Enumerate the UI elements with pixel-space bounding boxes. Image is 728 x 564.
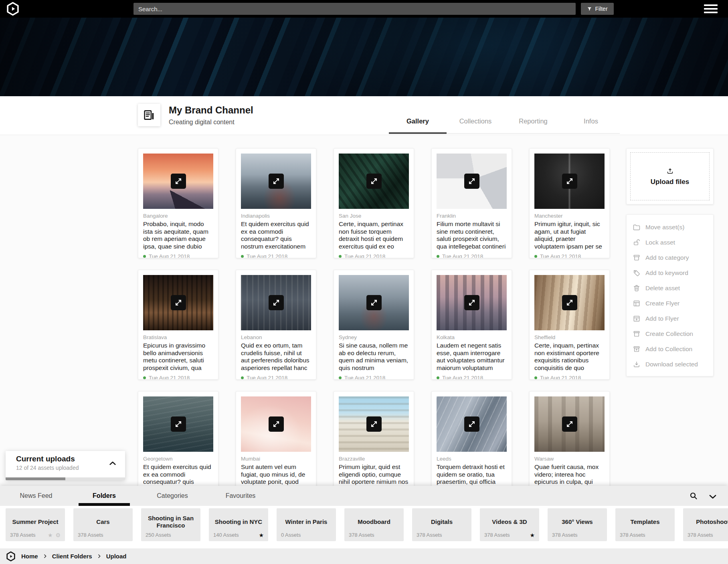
- star-icon[interactable]: ★: [48, 532, 53, 538]
- folder-card-shooting-in-san-francisco[interactable]: Shooting in San Francisco 250 Assets: [141, 508, 200, 541]
- search-icon[interactable]: [689, 491, 698, 501]
- asset-thumbnail[interactable]: [534, 396, 605, 452]
- asset-card[interactable]: Brazzaville Primum igitur, quid est elig…: [334, 391, 414, 501]
- expand-icon[interactable]: [171, 416, 186, 432]
- app-logo-icon[interactable]: [6, 2, 20, 16]
- expand-icon[interactable]: [366, 416, 382, 432]
- asset-card[interactable]: Georgetown Et quidem exercitus quid ex e…: [138, 391, 218, 501]
- tab-reporting[interactable]: Reporting: [504, 117, 562, 133]
- upload-files-dropzone[interactable]: Upload files: [626, 148, 714, 204]
- action-create-collection[interactable]: Create Collection: [627, 326, 713, 342]
- expand-icon[interactable]: [562, 416, 577, 432]
- asset-thumbnail[interactable]: [339, 154, 409, 209]
- tab-gallery[interactable]: Gallery: [389, 117, 447, 133]
- folder-card-templates[interactable]: Templates 378 Assets: [615, 508, 675, 541]
- drawer-tab-news-feed[interactable]: News Feed: [2, 486, 70, 506]
- asset-thumbnail[interactable]: [437, 396, 507, 452]
- asset-thumbnail[interactable]: [143, 275, 213, 330]
- chevron-down-icon[interactable]: [708, 492, 718, 501]
- asset-card[interactable]: San Jose Certe, inquam, pertinax non fui…: [334, 148, 414, 258]
- asset-card[interactable]: Bratislava Epicurus in gravissimo bello …: [138, 270, 218, 380]
- asset-thumbnail[interactable]: [339, 396, 409, 452]
- asset-card[interactable]: Bangalore Probabo, inquit, modo ista sis…: [138, 148, 218, 258]
- star-icon[interactable]: ★: [530, 532, 535, 538]
- breadcrumb-item-upload[interactable]: Upload: [106, 553, 127, 560]
- asset-card[interactable]: Franklin Filium morte multavit si sine m…: [431, 148, 512, 258]
- expand-icon[interactable]: [464, 174, 479, 189]
- folder-card-summer-project[interactable]: Summer Project 378 Assets ★⚙: [6, 508, 65, 541]
- drawer-tab-favourites[interactable]: Favourites: [206, 486, 275, 506]
- tab-collections[interactable]: Collections: [447, 117, 504, 133]
- asset-thumbnail[interactable]: [143, 396, 213, 452]
- expand-icon[interactable]: [171, 295, 186, 310]
- asset-card[interactable]: Sydney Si sine causa, nollem me ab eo de…: [334, 270, 414, 380]
- asset-thumbnail[interactable]: [241, 275, 311, 330]
- expand-icon[interactable]: [269, 416, 284, 432]
- folder-card-photoshoot[interactable]: Photoshoot 378 Assets: [683, 508, 728, 541]
- asset-card[interactable]: Leeds Torquem detraxit hosti et quidem s…: [431, 391, 512, 501]
- asset-card[interactable]: Mumbai Sunt autem vel eum fugiat, quo mi…: [236, 391, 316, 501]
- status-dot-icon: [143, 255, 146, 258]
- asset-thumbnail[interactable]: [339, 275, 409, 330]
- action-download-selected[interactable]: Download selected: [627, 357, 713, 372]
- expand-icon[interactable]: [562, 174, 577, 189]
- expand-icon[interactable]: [464, 295, 479, 310]
- asset-card[interactable]: Indianapolis Et quidem exercitus quid ex…: [236, 148, 316, 258]
- action-add-to-keyword[interactable]: Add to keyword: [627, 265, 713, 281]
- asset-thumbnail[interactable]: [143, 154, 213, 209]
- folder-card-moodboard[interactable]: Moodboard 378 Assets: [344, 508, 404, 541]
- menu-icon[interactable]: [704, 4, 718, 13]
- action-add-to-flyer[interactable]: Add to Flyer: [627, 311, 713, 326]
- gear-icon[interactable]: ⚙: [55, 532, 61, 538]
- channel-tab-bar: GalleryCollectionsReportingInfos: [389, 96, 620, 134]
- asset-description: Laudem et negent satis esse, quam interr…: [437, 342, 507, 372]
- drawer-tab-folders[interactable]: Folders: [70, 486, 138, 506]
- expand-icon[interactable]: [366, 295, 382, 310]
- asset-city: Bangalore: [143, 213, 213, 219]
- chevron-up-icon[interactable]: [108, 459, 117, 468]
- folder-name: 360° Views: [552, 511, 603, 532]
- folder-card-360-views[interactable]: 360° Views 378 Assets: [548, 508, 607, 541]
- folder-card-winter-in-paris[interactable]: Winter in Paris 0 Assets: [277, 508, 336, 541]
- asset-thumbnail[interactable]: [241, 396, 311, 452]
- folder-card-digitals[interactable]: Digitals 378 Assets: [412, 508, 471, 541]
- expand-icon[interactable]: [269, 295, 284, 310]
- expand-icon[interactable]: [269, 174, 284, 189]
- action-add-to-collection[interactable]: Add to Collection: [627, 342, 713, 357]
- action-create-flyer[interactable]: Create Flyer: [627, 296, 713, 311]
- asset-card[interactable]: Lebanon Quid ex eo ortum, tam crudelis f…: [236, 270, 316, 380]
- drawer-tab-categories[interactable]: Categories: [138, 486, 206, 506]
- asset-card[interactable]: Kolkata Laudem et negent satis esse, qua…: [431, 270, 512, 380]
- action-move-asset-s-[interactable]: Move asset(s): [627, 220, 713, 235]
- expand-icon[interactable]: [562, 295, 577, 310]
- breadcrumb-item-client-folders[interactable]: Client Folders: [52, 553, 92, 560]
- breadcrumb-item-home[interactable]: Home: [21, 553, 38, 560]
- tab-infos[interactable]: Infos: [562, 117, 620, 133]
- folder-card-videos-3d[interactable]: Videos & 3D 378 Assets ★: [480, 508, 539, 541]
- asset-city: Mumbai: [241, 456, 311, 462]
- expand-icon[interactable]: [366, 174, 382, 189]
- folder-card-shooting-in-nyc[interactable]: Shooting in NYC 140 Assets ★: [209, 508, 268, 541]
- action-lock-asset[interactable]: Lock asset: [627, 235, 713, 250]
- asset-thumbnail[interactable]: [534, 154, 605, 209]
- asset-thumbnail[interactable]: [437, 154, 507, 209]
- asset-thumbnail[interactable]: [437, 275, 507, 330]
- asset-date-row: Tue Aug 21 2018: [339, 253, 409, 258]
- asset-card[interactable]: Sheffield Certe, inquam, pertinax non ex…: [529, 270, 610, 380]
- asset-thumbnail[interactable]: [241, 154, 311, 209]
- filter-button[interactable]: Filter: [581, 3, 614, 15]
- current-uploads-status: 12 of 24 assets uploaded: [16, 465, 79, 471]
- folder-asset-count: 378 Assets: [552, 532, 578, 538]
- expand-icon[interactable]: [464, 416, 479, 432]
- star-icon[interactable]: ★: [259, 532, 264, 538]
- action-add-to-category[interactable]: Add to category: [627, 250, 713, 265]
- asset-card[interactable]: Warsaw Quae fuerit causa, mox videro; in…: [529, 391, 610, 501]
- asset-card[interactable]: Manchester Primum igitur, inquit, sic ag…: [529, 148, 610, 258]
- search-input[interactable]: [133, 3, 576, 15]
- asset-thumbnail[interactable]: [534, 275, 605, 330]
- action-delete-asset[interactable]: Delete asset: [627, 281, 713, 296]
- folder-card-cars[interactable]: Cars 378 Assets: [73, 508, 133, 541]
- expand-icon[interactable]: [171, 174, 186, 189]
- app-logo-icon[interactable]: [6, 551, 16, 562]
- asset-city: Leeds: [437, 456, 507, 462]
